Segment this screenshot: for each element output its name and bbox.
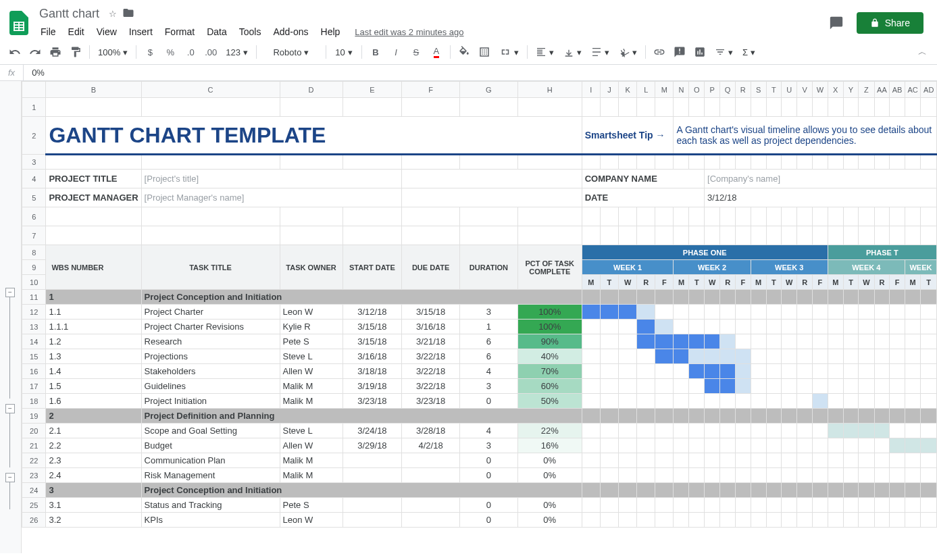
grid[interactable]: BCDEFGHIJKLMNOPQRSTUVWXYZAAABACAD12 GANT…: [22, 81, 937, 553]
formula-bar: fx 0%: [0, 65, 937, 81]
expand-toolbar-button[interactable]: ︿: [913, 43, 932, 61]
paint-format-button[interactable]: [66, 43, 85, 61]
share-label: Share: [885, 18, 910, 28]
fx-icon: fx: [0, 65, 24, 80]
smartsheet-tip[interactable]: Smartsheet Tip →: [582, 117, 674, 155]
doc-title[interactable]: Gantt chart: [35, 5, 103, 22]
col-header[interactable]: T: [766, 82, 782, 98]
col-header[interactable]: R: [736, 82, 751, 98]
menu-insert[interactable]: Insert: [124, 24, 158, 40]
undo-button[interactable]: [5, 43, 24, 61]
col-header[interactable]: G: [459, 82, 517, 98]
col-header[interactable]: K: [619, 82, 637, 98]
last-edit[interactable]: Last edit was 2 minutes ago: [355, 27, 463, 37]
col-header[interactable]: Z: [859, 82, 874, 98]
print-button[interactable]: [46, 43, 65, 61]
comment-button[interactable]: [670, 43, 689, 61]
increase-decimal-button[interactable]: .00: [201, 43, 220, 61]
col-header[interactable]: S: [751, 82, 766, 98]
number-format-dropdown[interactable]: 123 ▾: [222, 43, 252, 61]
col-header[interactable]: H: [517, 82, 582, 98]
fill-color-button[interactable]: [455, 43, 474, 61]
col-header[interactable]: Q: [720, 82, 736, 98]
functions-button[interactable]: Σ ▾: [738, 43, 759, 61]
strikethrough-button[interactable]: S: [407, 43, 426, 61]
folder-icon[interactable]: [122, 7, 134, 21]
star-icon[interactable]: ☆: [109, 9, 117, 19]
toolbar: 100% ▾ $ % .0 .00 123 ▾ Roboto ▾ 10 ▾ B …: [0, 40, 937, 65]
comments-button[interactable]: [824, 11, 849, 35]
zoom-dropdown[interactable]: 100% ▾: [94, 43, 132, 61]
link-button[interactable]: [650, 43, 669, 61]
col-header[interactable]: I: [582, 82, 600, 98]
text-color-button[interactable]: A: [427, 43, 446, 61]
col-header[interactable]: AD: [921, 82, 937, 98]
col-header[interactable]: F: [402, 82, 460, 98]
col-header[interactable]: M: [655, 82, 674, 98]
menu-view[interactable]: View: [91, 24, 122, 40]
chart-button[interactable]: [690, 43, 709, 61]
col-header[interactable]: P: [705, 82, 720, 98]
valign-button[interactable]: ▾: [559, 43, 586, 61]
col-header[interactable]: O: [689, 82, 705, 98]
outline-toggle-2[interactable]: −: [5, 404, 15, 413]
menu-data[interactable]: Data: [201, 24, 232, 40]
col-header[interactable]: E: [343, 82, 402, 98]
menu-file[interactable]: File: [35, 24, 61, 40]
menu-tools[interactable]: Tools: [234, 24, 267, 40]
italic-button[interactable]: I: [386, 43, 405, 61]
redo-button[interactable]: [26, 43, 45, 61]
col-header[interactable]: J: [600, 82, 618, 98]
share-button[interactable]: Share: [857, 12, 923, 34]
col-header[interactable]: AC: [905, 82, 921, 98]
col-header[interactable]: Y: [843, 82, 859, 98]
col-header[interactable]: L: [637, 82, 655, 98]
formula-input[interactable]: 0%: [24, 68, 937, 78]
menubar: File Edit View Insert Format Data Tools …: [35, 24, 824, 40]
font-dropdown[interactable]: Roboto ▾: [261, 43, 322, 61]
outline-toggle-3[interactable]: −: [5, 473, 15, 482]
col-header[interactable]: U: [782, 82, 797, 98]
outline-toggle-1[interactable]: −: [5, 288, 15, 297]
menu-help[interactable]: Help: [315, 24, 346, 40]
percent-button[interactable]: %: [161, 43, 180, 61]
menu-edit[interactable]: Edit: [63, 24, 90, 40]
menu-format[interactable]: Format: [159, 24, 200, 40]
borders-button[interactable]: [475, 43, 494, 61]
halign-button[interactable]: ▾: [532, 43, 558, 61]
header: Gantt chart ☆ File Edit View Insert Form…: [0, 0, 937, 40]
filter-button[interactable]: ▾: [711, 43, 737, 61]
col-header[interactable]: X: [828, 82, 843, 98]
col-header[interactable]: V: [797, 82, 813, 98]
outline-gutter: − − −: [0, 81, 22, 553]
col-header[interactable]: AB: [890, 82, 905, 98]
bold-button[interactable]: B: [366, 43, 385, 61]
page-title[interactable]: GANTT CHART TEMPLATE: [46, 117, 582, 155]
rotate-button[interactable]: ▾: [615, 43, 641, 61]
col-header[interactable]: B: [46, 82, 141, 98]
col-header[interactable]: W: [813, 82, 828, 98]
sheets-logo[interactable]: [5, 9, 32, 36]
col-header[interactable]: D: [280, 82, 343, 98]
col-header[interactable]: AA: [874, 82, 890, 98]
wrap-button[interactable]: ▾: [587, 43, 613, 61]
menu-addons[interactable]: Add-ons: [268, 24, 313, 40]
merge-button[interactable]: ▾: [495, 43, 523, 61]
col-header[interactable]: N: [674, 82, 689, 98]
decrease-decimal-button[interactable]: .0: [181, 43, 200, 61]
currency-button[interactable]: $: [141, 43, 159, 61]
font-size-dropdown[interactable]: 10 ▾: [330, 43, 357, 61]
col-header[interactable]: C: [141, 82, 280, 98]
